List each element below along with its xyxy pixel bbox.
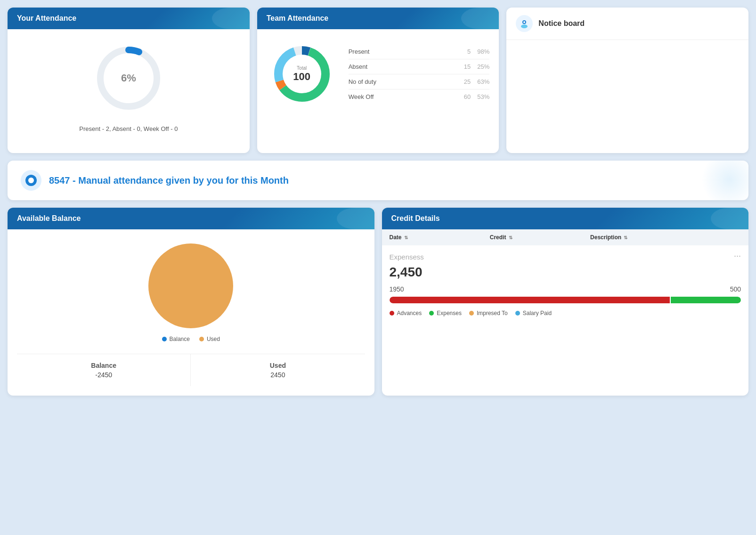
- notice-board-title: Notice board: [538, 19, 585, 28]
- balance-values: Balance -2450 Used 2450: [17, 354, 365, 386]
- notice-board-body: [506, 40, 748, 153]
- stat-count-noduty: 25: [452, 78, 471, 85]
- attendance-banner: 8547 - Manual attendance given by you fo…: [8, 161, 748, 200]
- legend-salary-dot: [515, 311, 520, 316]
- stat-pct-noduty: 63%: [471, 78, 489, 85]
- svg-point-8: [521, 24, 528, 28]
- legend-impresed-label: Impresed To: [477, 310, 508, 316]
- balance-cell: Balance -2450: [17, 354, 191, 386]
- col-description[interactable]: Description ⇅: [590, 234, 741, 241]
- notice-board-card: Notice board: [506, 8, 748, 153]
- available-balance-card: Available Balance Balance Used Balance -…: [8, 208, 374, 396]
- credit-details-title: Credit Details: [391, 214, 440, 222]
- notice-board-header: Notice board: [506, 8, 748, 40]
- balance-circle: [148, 243, 233, 328]
- legend-impresed-dot: [469, 311, 474, 316]
- attendance-percent: 6%: [121, 72, 136, 84]
- col-credit[interactable]: Credit ⇅: [490, 234, 590, 241]
- attendance-donut: 6%: [91, 41, 166, 116]
- team-attendance-body: Total 100 Present 5 98% Absent 15 25% No…: [257, 29, 499, 119]
- stat-pct-weekoff: 53%: [471, 93, 489, 100]
- credit-section-title: Expensess: [390, 253, 424, 261]
- credit-amount: 2,450: [390, 265, 741, 280]
- legend-salary: Salary Paid: [515, 310, 552, 316]
- legend-balance: Balance: [162, 336, 190, 342]
- stat-count-absent: 15: [452, 63, 471, 70]
- legend-expenses: Expenses: [429, 310, 462, 316]
- credit-table-header: Date ⇅ Credit ⇅ Description ⇅: [382, 229, 749, 245]
- balance-number: -2450: [23, 371, 185, 379]
- legend-balance-dot: [162, 337, 167, 341]
- legend-balance-label: Balance: [170, 336, 190, 342]
- legend-expenses-label: Expenses: [437, 310, 462, 316]
- team-total-label: Total: [293, 65, 310, 71]
- legend-advances-label: Advances: [397, 310, 422, 316]
- legend-impresed: Impresed To: [469, 310, 508, 316]
- stat-label-absent: Absent: [349, 63, 452, 70]
- stat-pct-present: 98%: [471, 48, 489, 55]
- more-options-button[interactable]: ···: [734, 251, 741, 261]
- bar-advances: [390, 297, 670, 303]
- col-date[interactable]: Date ⇅: [390, 234, 490, 241]
- legend-expenses-dot: [429, 311, 434, 316]
- team-total-num: 100: [293, 71, 310, 82]
- legend-advances-dot: [390, 311, 394, 316]
- used-cell: Used 2450: [191, 354, 365, 386]
- legend-salary-label: Salary Paid: [523, 310, 552, 316]
- available-balance-header: Available Balance: [8, 208, 374, 229]
- team-attendance-card: Team Attendance Total 100: [257, 8, 499, 153]
- stat-label-noduty: No of duty: [349, 78, 452, 85]
- your-attendance-title: Your Attendance: [17, 14, 76, 22]
- bar-expenses: [671, 297, 741, 303]
- stat-row-absent: Absent 15 25%: [349, 59, 490, 74]
- credit-legend: Advances Expenses Impresed To Salary Pai…: [390, 310, 741, 316]
- credit-details-card: Credit Details Date ⇅ Credit ⇅ Descripti…: [382, 208, 749, 396]
- legend-used-label: Used: [207, 336, 220, 342]
- stat-label-present: Present: [349, 48, 452, 55]
- banner-icon-inner: [25, 175, 37, 186]
- team-attendance-header: Team Attendance: [257, 8, 499, 29]
- available-balance-body: Balance Used Balance -2450 Used 2450: [8, 229, 374, 396]
- stat-pct-absent: 25%: [471, 63, 489, 70]
- used-number: 2450: [196, 371, 359, 379]
- used-label: Used: [196, 362, 359, 369]
- banner-bg-decoration: [701, 161, 748, 200]
- team-donut: Total 100: [267, 39, 337, 109]
- team-donut-center: Total 100: [293, 65, 310, 83]
- stat-count-present: 5: [452, 48, 471, 55]
- your-attendance-card: Your Attendance 6% Present - 2, Absent -…: [8, 8, 250, 153]
- stat-row-weekoff: Week Off 60 53%: [349, 89, 490, 104]
- banner-icon: [21, 170, 41, 191]
- credit-bar: [390, 297, 741, 303]
- your-attendance-header: Your Attendance: [8, 8, 250, 29]
- notice-board-icon: [516, 15, 533, 32]
- available-balance-title: Available Balance: [17, 214, 81, 222]
- stat-count-weekoff: 60: [452, 93, 471, 100]
- credit-subrow: 1950 500: [390, 285, 741, 293]
- credit-details-header: Credit Details: [382, 208, 749, 229]
- credit-body: Expensess ··· 2,450 1950 500 Advances Ex…: [382, 245, 749, 324]
- your-attendance-body: 6% Present - 2, Absent - 0, Week Off - 0: [8, 29, 250, 144]
- credit-right-val: 500: [730, 285, 741, 293]
- legend-advances: Advances: [390, 310, 422, 316]
- stat-label-weekoff: Week Off: [349, 93, 452, 100]
- team-attendance-title: Team Attendance: [267, 14, 329, 22]
- svg-point-9: [523, 21, 525, 23]
- team-stats-table: Present 5 98% Absent 15 25% No of duty 2…: [349, 44, 490, 104]
- banner-text: 8547 - Manual attendance given by you fo…: [49, 175, 289, 186]
- credit-left-val: 1950: [390, 285, 404, 293]
- stat-row-present: Present 5 98%: [349, 44, 490, 59]
- attendance-summary: Present - 2, Absent - 0, Week Off - 0: [79, 125, 178, 132]
- balance-label: Balance: [23, 362, 185, 369]
- stat-row-noduty: No of duty 25 63%: [349, 74, 490, 89]
- balance-legend: Balance Used: [162, 336, 220, 342]
- legend-used: Used: [199, 336, 220, 342]
- legend-used-dot: [199, 337, 204, 341]
